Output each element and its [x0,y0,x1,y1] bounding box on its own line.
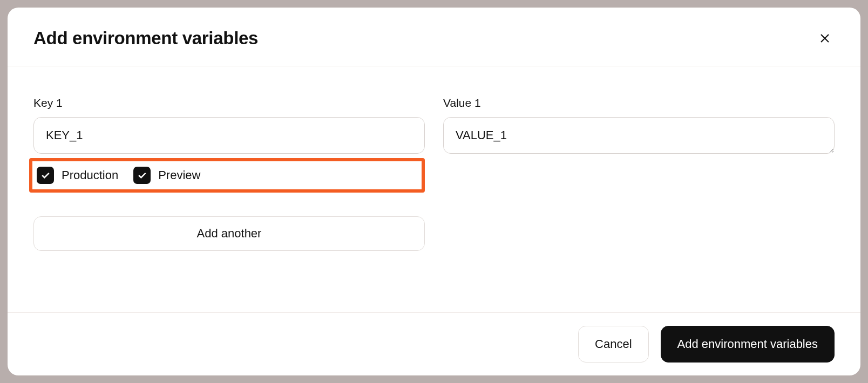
modal-title: Add environment variables [33,28,258,49]
preview-label: Preview [158,168,200,182]
submit-button[interactable]: Add environment variables [661,326,835,363]
key-field-group: Key 1 Production [33,97,425,251]
production-label: Production [62,168,118,182]
value-label: Value 1 [443,97,835,110]
check-icon [40,170,51,181]
fields-row: Key 1 Production [33,97,835,251]
add-env-vars-modal: Add environment variables Key 1 [8,8,860,375]
modal-header: Add environment variables [8,8,860,66]
modal-body: Key 1 Production [8,66,860,312]
key-label: Key 1 [33,97,425,110]
production-checkbox-item: Production [37,167,118,184]
value-field-group: Value 1 VALUE_1 [443,97,835,251]
preview-checkbox[interactable] [133,167,151,184]
production-checkbox[interactable] [37,167,54,184]
close-icon [818,32,831,45]
value-input[interactable]: VALUE_1 [443,117,835,154]
preview-checkbox-item: Preview [133,167,200,184]
modal-footer: Cancel Add environment variables [8,312,860,375]
environments-highlight: Production Preview [29,158,425,193]
cancel-button[interactable]: Cancel [578,326,648,363]
add-another-button[interactable]: Add another [33,216,425,251]
check-icon [137,170,147,181]
key-input[interactable] [33,117,425,154]
close-button[interactable] [815,29,835,48]
